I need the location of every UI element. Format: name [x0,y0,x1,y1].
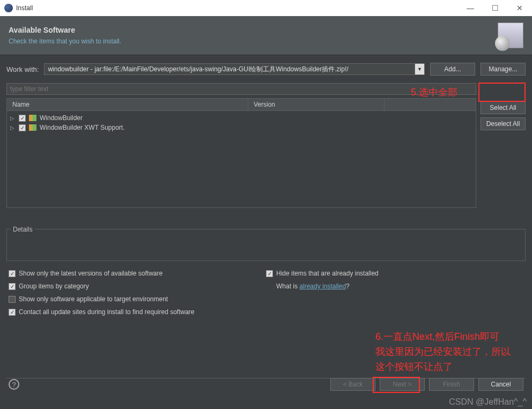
column-name[interactable]: Name [7,99,248,110]
expand-icon[interactable]: ▷ [10,125,16,131]
annotation-6-line3: 这个按钮不让点了 [375,360,453,373]
tree-row[interactable]: ▷ ✓ WindowBuilder XWT Support. [7,123,476,132]
check-hide[interactable]: ✓ Hide items that are already installed [266,270,523,277]
already-installed-row: What is already installed? [266,282,523,290]
tree-row[interactable]: ▷ ✓ WindowBuilder [7,113,476,123]
tree-item-label: WindowBuilder XWT Support. [40,124,125,131]
check-target[interactable]: Show only software applicable to target … [9,295,266,303]
work-with-input[interactable] [44,63,415,75]
add-button[interactable]: Add... [430,63,475,76]
maximize-button[interactable]: ☐ [483,0,507,16]
expand-icon[interactable]: ▷ [10,115,16,121]
check-latest[interactable]: ✓ Show only the latest versions of avail… [9,270,266,277]
tree-item-label: WindowBuilder [40,114,83,122]
column-blank [385,99,476,110]
checkbox[interactable] [9,296,16,303]
next-button: Next > [380,378,425,391]
already-installed-link[interactable]: already installed [299,282,346,290]
finish-button: Finish [429,378,474,391]
checkbox[interactable]: ✓ [9,270,16,277]
feature-icon [29,115,36,121]
work-with-row: Work with: ▼ Add... Manage... [0,55,532,80]
cancel-button[interactable]: Cancel [478,378,523,391]
software-tree[interactable]: Name Version ▷ ✓ WindowBuilder ▷ ✓ Windo… [6,98,476,208]
feature-icon [29,124,36,131]
check-contact[interactable]: ✓ Contact all update sites during instal… [9,308,266,316]
details-box [6,229,526,261]
work-with-label: Work with: [6,65,39,73]
work-with-combo[interactable]: ▼ [44,63,425,75]
combo-dropdown-icon[interactable]: ▼ [415,63,425,75]
footer: ? < Back Next > Finish Cancel [0,373,532,396]
minimize-button[interactable]: — [458,0,483,16]
titlebar: Install — ☐ ✕ [0,0,532,16]
checkbox[interactable]: ✓ [266,270,273,277]
window-title: Install [16,4,458,12]
checkbox[interactable]: ✓ [9,309,16,316]
dialog-header: Available Software Check the items that … [0,16,532,55]
details-label: Details [11,226,35,233]
deselect-all-button[interactable]: Deselect All [481,117,526,130]
annotation-6-line1: 6.一直点Next,然后Finish即可 [375,330,499,343]
check-group[interactable]: ✓ Group items by category [9,282,266,290]
filter-input[interactable] [6,83,476,95]
back-button: < Back [330,378,375,391]
annotation-6-line2: 我这里因为已经安装过了，所以 [375,345,511,358]
header-subtitle: Check the items that you wish to install… [9,38,498,45]
checkbox[interactable]: ✓ [19,124,26,131]
manage-button[interactable]: Manage... [481,63,526,76]
column-version[interactable]: Version [248,99,385,110]
install-icon [498,23,523,48]
app-icon [4,4,13,12]
watermark: CSDN @JeffHan^_^ [449,397,527,407]
checkbox[interactable]: ✓ [19,115,26,122]
checkbox[interactable]: ✓ [9,283,16,290]
header-title: Available Software [9,26,498,34]
help-icon[interactable]: ? [9,379,19,390]
select-all-button[interactable]: Select All [481,101,526,114]
close-button[interactable]: ✕ [507,0,532,16]
